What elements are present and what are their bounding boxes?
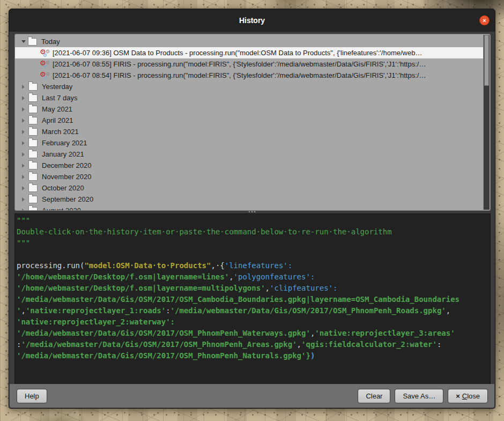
code-segment: ,·{: [211, 261, 224, 270]
tree-group-row[interactable]: September 2020: [15, 194, 483, 205]
code-segment: '/home/webmaster/Desktop/f.osm|layername…: [17, 284, 265, 292]
tree-group-row[interactable]: Last 7 days: [15, 92, 483, 104]
tree-group-label: November 2020: [42, 173, 92, 181]
chevron-down-icon[interactable]: [21, 40, 26, 43]
folder-icon: [28, 173, 38, 181]
tree-group-row[interactable]: April 2021: [15, 115, 483, 126]
tree-group-row[interactable]: Yesterday: [15, 81, 483, 92]
history-entry-text: [2021-06-07 08:55] FIRIS - processing.ru…: [53, 60, 426, 68]
tree-group-row[interactable]: October 2020: [15, 182, 483, 194]
close-x-icon: ×: [456, 392, 460, 400]
history-entry-row[interactable]: ⚙⚙⚙[2021-06-07 09:36] OSM Data to Produc…: [15, 47, 483, 58]
code-segment: 'clipfeatures':: [270, 284, 337, 292]
gear-icon: ⚙: [43, 76, 47, 80]
tree-group-row[interactable]: December 2020: [15, 160, 483, 171]
code-line: [17, 249, 490, 260]
code-segment: """: [17, 216, 30, 225]
folder-icon: [28, 128, 38, 136]
tree-group-label: Yesterday: [42, 83, 72, 91]
code-segment: 'native:reprojectlayer_2:waterway':: [17, 317, 175, 326]
code-line: """: [17, 215, 490, 226]
code-segment: '/media/webmaster/Data/Gis/OSM/2017/OSM_…: [17, 351, 306, 360]
tree-group-label: May 2021: [42, 105, 72, 113]
help-button[interactable]: Help: [17, 389, 47, 403]
code-segment: }: [306, 351, 310, 360]
clear-button[interactable]: Clear: [358, 389, 390, 403]
code-line: processing.run("model:OSM·Data·to·Produc…: [17, 260, 490, 271]
code-segment: '/home/webmaster/Desktop/f.osm|layername…: [17, 272, 229, 281]
folder-icon: [28, 207, 38, 211]
folder-icon: [28, 139, 38, 147]
chevron-right-icon[interactable]: [22, 96, 25, 100]
history-tree[interactable]: Today⚙⚙⚙[2021-06-07 09:36] OSM Data to P…: [14, 34, 491, 211]
tree-group-label: April 2021: [42, 116, 73, 124]
code-segment: processing.run(: [17, 261, 84, 270]
chevron-right-icon[interactable]: [22, 197, 25, 202]
tree-scrollbar[interactable]: [483, 35, 490, 210]
tree-group-row[interactable]: March 2021: [15, 126, 483, 137]
code-segment: 'linefeatures':: [225, 261, 292, 270]
folder-icon: [28, 151, 38, 158]
tree-group-label: March 2021: [42, 128, 79, 136]
history-dialog: History × Today⚙⚙⚙[2021-06-07 09:36] OSM…: [9, 9, 495, 409]
processing-gears-icon: ⚙⚙⚙: [40, 48, 50, 58]
code-segment: ,: [21, 306, 25, 315]
code-segment: 'polygonfeatures':: [234, 272, 315, 281]
chevron-right-icon[interactable]: [22, 107, 25, 112]
tree-group-label: December 2020: [42, 161, 92, 169]
history-entry-row[interactable]: ⚙⚙⚙[2021-06-07 08:54] FIRIS - processing…: [15, 70, 483, 81]
tree-group-row[interactable]: Today: [15, 36, 483, 47]
code-segment: ,: [446, 306, 450, 315]
tree-group-label: February 2021: [42, 139, 87, 147]
folder-icon: [28, 106, 38, 113]
chevron-right-icon[interactable]: [22, 152, 25, 157]
code-segment: "model:OSM·Data·to·Products": [84, 261, 211, 270]
tree-group-label: October 2020: [42, 184, 84, 192]
code-line: '/home/webmaster/Desktop/f.osm|layername…: [17, 271, 490, 283]
code-segment: '/media/webmaster/Data/Gis/OSM/2017/OSM_…: [171, 306, 446, 315]
close-button[interactable]: ×Close: [448, 389, 488, 403]
code-segment: '/media/webmaster/Data/Gis/OSM/2017/OSM_…: [21, 340, 297, 349]
chevron-right-icon[interactable]: [22, 175, 25, 179]
tree-group-row[interactable]: January 2021: [15, 149, 483, 160]
history-entry-text: [2021-06-07 09:36] OSM Data to Products …: [53, 49, 422, 57]
tree-group-row[interactable]: February 2021: [15, 137, 483, 149]
code-segment: Double-click·on·the·history·item·or·past…: [17, 227, 392, 236]
history-entry-row[interactable]: ⚙⚙⚙[2021-06-07 08:55] FIRIS - processing…: [15, 58, 483, 70]
folder-icon: [28, 117, 38, 124]
tree-group-label: January 2021: [42, 150, 84, 158]
tree-group-label: September 2020: [42, 195, 93, 203]
code-line: ','native:reprojectlayer_1:roads':'/medi…: [17, 305, 490, 316]
code-segment: ,: [229, 272, 233, 281]
code-segment: '/media/webmaster/Data/Gis/OSM/2017/OSM_…: [17, 295, 459, 304]
tree-group-row[interactable]: May 2021: [15, 104, 483, 115]
code-segment: """: [17, 239, 30, 247]
folder-icon: [28, 83, 38, 91]
command-preview-editor[interactable]: """Double-click·on·the·history·item·or·p…: [14, 213, 491, 385]
code-line: '/media/webmaster/Data/Gis/OSM/2017/OSM_…: [17, 328, 490, 339]
button-bar: Help Clear Save As… ×Close: [10, 384, 494, 408]
history-entry-text: [2021-06-07 08:54] FIRIS - processing.ru…: [53, 71, 426, 79]
dialog-titlebar[interactable]: History ×: [9, 9, 495, 32]
tree-group-row[interactable]: November 2020: [15, 171, 483, 182]
code-line: 'native:reprojectlayer_2:waterway':: [17, 316, 490, 328]
save-as-button[interactable]: Save As…: [395, 389, 443, 403]
code-segment: ): [310, 351, 315, 360]
code-line: """: [17, 238, 490, 249]
chevron-right-icon[interactable]: [22, 130, 25, 134]
dialog-title: History: [239, 16, 265, 25]
code-line: :'/media/webmaster/Data/Gis/OSM/2017/OSM…: [17, 339, 490, 350]
window-close-button[interactable]: ×: [479, 16, 490, 26]
chevron-right-icon[interactable]: [22, 141, 25, 145]
code-line: Double-click·on·the·history·item·or·past…: [17, 226, 490, 238]
chevron-right-icon[interactable]: [22, 164, 25, 168]
folder-icon: [28, 184, 38, 192]
folder-icon: [28, 196, 38, 203]
chevron-right-icon[interactable]: [22, 186, 25, 190]
tree-scrollbar-thumb[interactable]: [484, 35, 489, 86]
chevron-right-icon[interactable]: [22, 85, 25, 89]
code-line: '/media/webmaster/Data/Gis/OSM/2017/OSM_…: [17, 350, 490, 361]
processing-gears-icon: ⚙⚙⚙: [40, 71, 50, 80]
chevron-right-icon[interactable]: [22, 119, 25, 123]
window-close-icon: ×: [483, 17, 486, 24]
